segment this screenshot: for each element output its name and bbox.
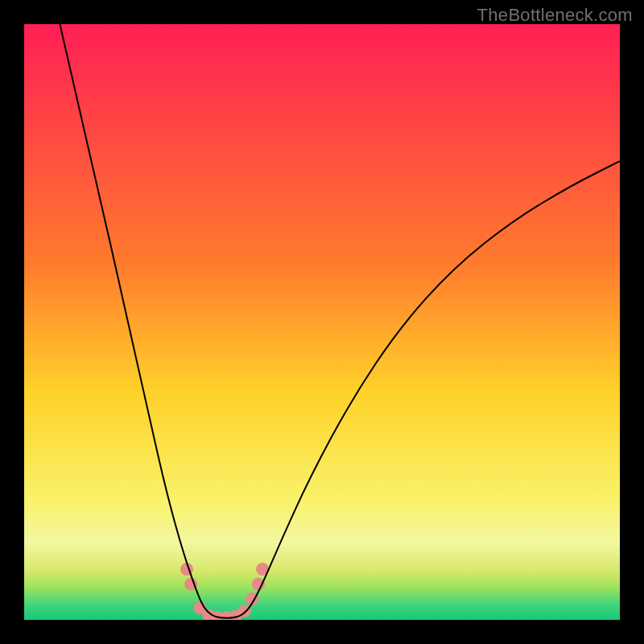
chart-frame: TheBottleneck.com — [0, 0, 644, 644]
markers-group — [180, 563, 269, 620]
chart-svg — [24, 24, 620, 620]
curve-line — [60, 24, 620, 618]
watermark-text: TheBottleneck.com — [477, 5, 633, 26]
plot-area — [24, 24, 620, 620]
